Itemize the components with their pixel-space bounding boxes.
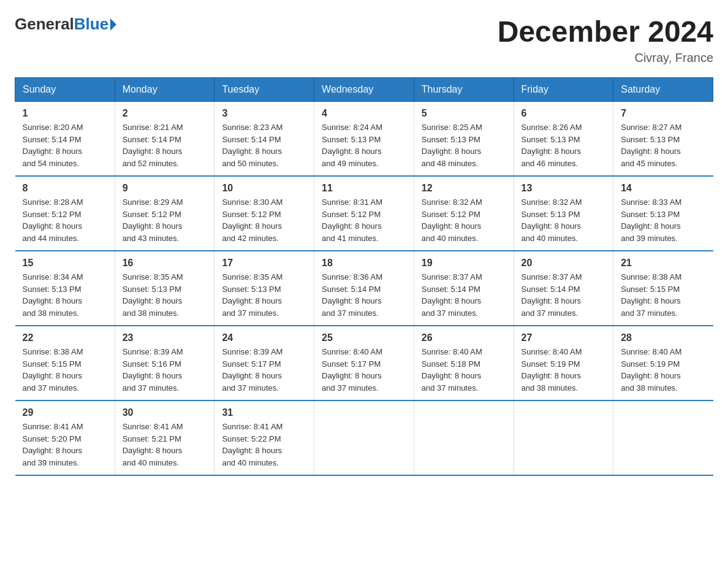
day-cell: 19 Sunrise: 8:37 AM Sunset: 5:14 PM Dayl… [414,251,514,326]
day-info: Sunrise: 8:34 AM Sunset: 5:13 PM Dayligh… [23,271,107,319]
day-number: 23 [123,332,207,343]
day-number: 20 [521,258,606,269]
day-info: Sunrise: 8:40 AM Sunset: 5:18 PM Dayligh… [422,346,506,394]
day-cell: 8 Sunrise: 8:28 AM Sunset: 5:12 PM Dayli… [15,176,115,251]
day-cell: 30 Sunrise: 8:41 AM Sunset: 5:21 PM Dayl… [115,400,214,475]
day-info: Sunrise: 8:41 AM Sunset: 5:21 PM Dayligh… [123,421,207,469]
day-number: 5 [422,108,506,119]
day-number: 2 [123,108,207,119]
day-info: Sunrise: 8:33 AM Sunset: 5:13 PM Dayligh… [621,196,705,244]
day-cell [414,400,514,475]
day-info: Sunrise: 8:27 AM Sunset: 5:13 PM Dayligh… [621,121,705,169]
day-number: 28 [621,332,705,343]
header-monday: Monday [115,78,214,102]
day-cell: 29 Sunrise: 8:41 AM Sunset: 5:20 PM Dayl… [15,400,115,475]
day-info: Sunrise: 8:40 AM Sunset: 5:17 PM Dayligh… [322,346,406,394]
day-info: Sunrise: 8:36 AM Sunset: 5:14 PM Dayligh… [322,271,406,319]
day-number: 22 [23,332,107,343]
day-info: Sunrise: 8:20 AM Sunset: 5:14 PM Dayligh… [23,121,107,169]
day-cell: 9 Sunrise: 8:29 AM Sunset: 5:12 PM Dayli… [115,176,214,251]
day-cell: 4 Sunrise: 8:24 AM Sunset: 5:13 PM Dayli… [314,102,414,177]
day-info: Sunrise: 8:31 AM Sunset: 5:12 PM Dayligh… [322,196,406,244]
day-number: 29 [23,407,107,418]
day-cell [314,400,414,475]
day-cell: 23 Sunrise: 8:39 AM Sunset: 5:16 PM Dayl… [115,326,214,400]
day-cell: 15 Sunrise: 8:34 AM Sunset: 5:13 PM Dayl… [15,251,115,326]
day-info: Sunrise: 8:35 AM Sunset: 5:13 PM Dayligh… [123,271,207,319]
day-number: 21 [621,258,705,269]
day-cell: 7 Sunrise: 8:27 AM Sunset: 5:13 PM Dayli… [613,102,713,177]
day-info: Sunrise: 8:37 AM Sunset: 5:14 PM Dayligh… [422,271,506,319]
day-number: 13 [521,183,606,194]
day-cell: 5 Sunrise: 8:25 AM Sunset: 5:13 PM Dayli… [414,102,514,177]
page-header: General Blue December 2024 Civray, Franc… [15,15,713,65]
day-number: 11 [322,183,406,194]
day-cell: 3 Sunrise: 8:23 AM Sunset: 5:14 PM Dayli… [214,102,314,177]
header-friday: Friday [514,78,613,102]
day-info: Sunrise: 8:32 AM Sunset: 5:13 PM Dayligh… [521,196,606,244]
header-thursday: Thursday [414,78,514,102]
week-row-4: 22 Sunrise: 8:38 AM Sunset: 5:15 PM Dayl… [15,326,713,400]
day-info: Sunrise: 8:24 AM Sunset: 5:13 PM Dayligh… [322,121,406,169]
day-number: 31 [222,407,306,418]
location: Civray, France [498,51,713,65]
day-cell: 17 Sunrise: 8:35 AM Sunset: 5:13 PM Dayl… [214,251,314,326]
day-cell: 22 Sunrise: 8:38 AM Sunset: 5:15 PM Dayl… [15,326,115,400]
day-number: 24 [222,332,306,343]
week-row-5: 29 Sunrise: 8:41 AM Sunset: 5:20 PM Dayl… [15,400,713,475]
day-info: Sunrise: 8:39 AM Sunset: 5:16 PM Dayligh… [123,346,207,394]
month-title: December 2024 [498,15,713,48]
day-info: Sunrise: 8:25 AM Sunset: 5:13 PM Dayligh… [422,121,506,169]
header-wednesday: Wednesday [314,78,414,102]
day-cell: 27 Sunrise: 8:40 AM Sunset: 5:19 PM Dayl… [514,326,613,400]
logo-blue-text: Blue [74,15,108,34]
day-info: Sunrise: 8:39 AM Sunset: 5:17 PM Dayligh… [222,346,306,394]
day-info: Sunrise: 8:41 AM Sunset: 5:20 PM Dayligh… [23,421,107,469]
week-row-2: 8 Sunrise: 8:28 AM Sunset: 5:12 PM Dayli… [15,176,713,251]
day-number: 30 [123,407,207,418]
day-cell: 18 Sunrise: 8:36 AM Sunset: 5:14 PM Dayl… [314,251,414,326]
day-info: Sunrise: 8:29 AM Sunset: 5:12 PM Dayligh… [123,196,207,244]
day-info: Sunrise: 8:40 AM Sunset: 5:19 PM Dayligh… [621,346,705,394]
logo: General Blue [15,15,116,34]
logo-general-text: General [15,15,74,34]
day-number: 7 [621,108,705,119]
day-cell: 2 Sunrise: 8:21 AM Sunset: 5:14 PM Dayli… [115,102,214,177]
day-cell: 26 Sunrise: 8:40 AM Sunset: 5:18 PM Dayl… [414,326,514,400]
day-info: Sunrise: 8:40 AM Sunset: 5:19 PM Dayligh… [521,346,606,394]
day-number: 3 [222,108,306,119]
day-cell: 16 Sunrise: 8:35 AM Sunset: 5:13 PM Dayl… [115,251,214,326]
day-number: 12 [422,183,506,194]
day-cell: 21 Sunrise: 8:38 AM Sunset: 5:15 PM Dayl… [613,251,713,326]
day-cell: 25 Sunrise: 8:40 AM Sunset: 5:17 PM Dayl… [314,326,414,400]
calendar-table: SundayMondayTuesdayWednesdayThursdayFrid… [15,77,713,476]
day-info: Sunrise: 8:26 AM Sunset: 5:13 PM Dayligh… [521,121,606,169]
header-tuesday: Tuesday [214,78,314,102]
header-sunday: Sunday [15,78,115,102]
day-info: Sunrise: 8:32 AM Sunset: 5:12 PM Dayligh… [422,196,506,244]
day-cell [514,400,613,475]
day-info: Sunrise: 8:30 AM Sunset: 5:12 PM Dayligh… [222,196,306,244]
day-info: Sunrise: 8:38 AM Sunset: 5:15 PM Dayligh… [621,271,705,319]
day-cell: 10 Sunrise: 8:30 AM Sunset: 5:12 PM Dayl… [214,176,314,251]
day-cell: 12 Sunrise: 8:32 AM Sunset: 5:12 PM Dayl… [414,176,514,251]
day-cell: 13 Sunrise: 8:32 AM Sunset: 5:13 PM Dayl… [514,176,613,251]
day-number: 26 [422,332,506,343]
day-info: Sunrise: 8:23 AM Sunset: 5:14 PM Dayligh… [222,121,306,169]
day-info: Sunrise: 8:21 AM Sunset: 5:14 PM Dayligh… [123,121,207,169]
day-number: 10 [222,183,306,194]
day-cell: 20 Sunrise: 8:37 AM Sunset: 5:14 PM Dayl… [514,251,613,326]
logo-blue-part: Blue [74,15,116,34]
day-info: Sunrise: 8:35 AM Sunset: 5:13 PM Dayligh… [222,271,306,319]
day-info: Sunrise: 8:38 AM Sunset: 5:15 PM Dayligh… [23,346,107,394]
day-cell [613,400,713,475]
day-info: Sunrise: 8:28 AM Sunset: 5:12 PM Dayligh… [23,196,107,244]
day-info: Sunrise: 8:41 AM Sunset: 5:22 PM Dayligh… [222,421,306,469]
day-number: 17 [222,258,306,269]
logo-triangle-icon [110,18,116,31]
day-number: 15 [23,258,107,269]
week-row-1: 1 Sunrise: 8:20 AM Sunset: 5:14 PM Dayli… [15,102,713,177]
week-row-3: 15 Sunrise: 8:34 AM Sunset: 5:13 PM Dayl… [15,251,713,326]
day-cell: 6 Sunrise: 8:26 AM Sunset: 5:13 PM Dayli… [514,102,613,177]
day-number: 14 [621,183,705,194]
